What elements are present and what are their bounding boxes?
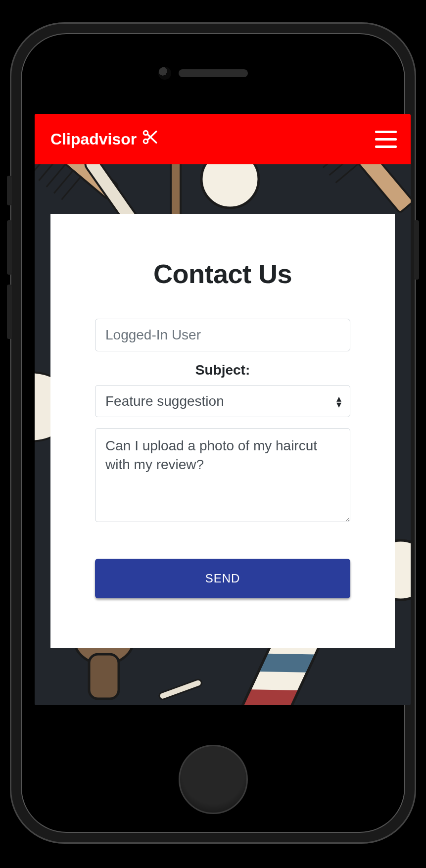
content-background: Contact Us Subject: Feature suggestion ▴… <box>35 164 411 705</box>
scissors-icon <box>142 129 158 149</box>
message-textarea[interactable] <box>95 428 350 522</box>
phone-screen: Clipadvisor <box>35 114 411 705</box>
phone-power-button <box>414 220 419 280</box>
phone-volume-down <box>7 285 12 339</box>
user-field[interactable] <box>95 319 350 351</box>
send-button[interactable]: SEND <box>95 559 350 598</box>
contact-card: Contact Us Subject: Feature suggestion ▴… <box>50 214 395 648</box>
phone-volume-up <box>7 220 12 275</box>
menu-icon[interactable] <box>375 131 397 148</box>
subject-select[interactable]: Feature suggestion <box>95 385 350 417</box>
brand-name: Clipadvisor <box>50 130 137 148</box>
subject-label: Subject: <box>95 362 350 378</box>
phone-home-button <box>179 745 248 814</box>
svg-point-31 <box>201 164 259 208</box>
brand[interactable]: Clipadvisor <box>50 129 158 149</box>
phone-mute-switch <box>7 176 12 205</box>
app-header: Clipadvisor <box>35 114 411 164</box>
svg-rect-34 <box>89 654 119 699</box>
phone-front-camera <box>158 67 171 80</box>
page-title: Contact Us <box>95 258 350 289</box>
phone-frame: Clipadvisor <box>10 22 416 844</box>
phone-earpiece <box>179 69 248 77</box>
